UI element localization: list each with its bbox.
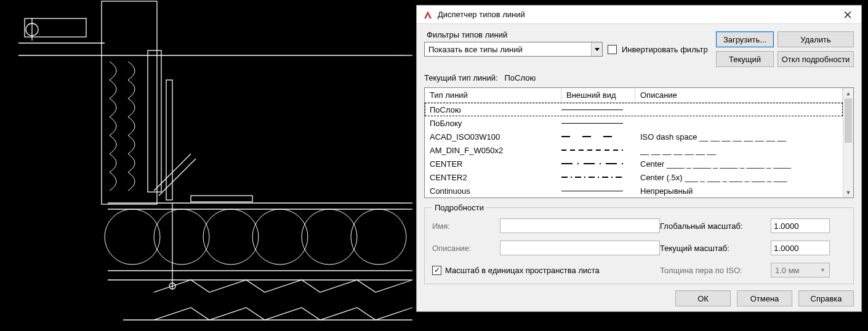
linetype-appearance — [561, 177, 635, 178]
svg-rect-1 — [102, 1, 157, 204]
dialog-titlebar[interactable]: Диспетчер типов линий — [417, 6, 861, 24]
table-row[interactable]: CENTERCenter ____ _ ____ _ ____ _ ____ _… — [425, 157, 843, 170]
set-current-button[interactable]: Текущий — [716, 51, 774, 67]
current-linetype-row: Текущий тип линий: ПоСлою — [424, 73, 854, 82]
svg-point-15 — [252, 209, 308, 265]
linetype-appearance — [561, 136, 635, 137]
iso-pen-label: Толщина пера по ISO: — [660, 266, 771, 275]
cancel-button[interactable]: Отмена — [737, 290, 792, 306]
ok-button[interactable]: ОК — [675, 290, 731, 306]
linetype-name: CENTER2 — [425, 173, 561, 182]
linetype-description: __ __ __ __ __ __ __ — [635, 146, 843, 155]
svg-rect-10 — [166, 80, 172, 200]
linetype-appearance — [561, 150, 635, 151]
paperspace-scale-label: Масштаб в единицах пространства листа — [445, 266, 600, 275]
help-button[interactable]: Справка — [798, 290, 854, 306]
svg-rect-9 — [148, 50, 161, 192]
load-button[interactable]: Загрузить... — [716, 31, 774, 47]
delete-button[interactable]: Удалить — [778, 31, 854, 47]
linetype-description: Center (.5x) ___ _ ___ _ ___ _ ___ _ ___ — [635, 173, 843, 182]
linetype-list: Тип линий Внешний вид Описание ПоСлоюПоБ… — [424, 87, 854, 198]
column-name[interactable]: Тип линий — [425, 88, 561, 102]
current-linetype-value: ПоСлою — [504, 73, 536, 82]
linetype-name: AM_DIN_F_W050x2 — [425, 146, 561, 155]
table-row[interactable]: CENTER2Center (.5x) ___ _ ___ _ ___ _ __… — [425, 170, 843, 184]
details-group: Подробности Имя: Глобальный масштаб: Опи… — [424, 203, 854, 284]
scroll-thumb[interactable] — [845, 98, 852, 143]
svg-point-12 — [105, 209, 160, 265]
current-scale-input[interactable] — [771, 241, 830, 255]
filters-label: Фильтры типов линий — [424, 30, 710, 39]
global-scale-input[interactable] — [771, 218, 830, 233]
dialog-title: Диспетчер типов линий — [438, 10, 834, 19]
linetype-appearance — [561, 110, 635, 110]
linetype-name: ACAD_ISO03W100 — [425, 132, 561, 142]
linetype-name: ПоБлоку — [425, 119, 561, 128]
hide-details-button[interactable]: Откл подробности — [778, 51, 854, 67]
svg-point-16 — [302, 209, 357, 265]
linetype-description: Непрерывный — [635, 186, 843, 196]
current-scale-label: Текущий масштаб: — [660, 244, 771, 253]
column-appearance[interactable]: Внешний вид — [561, 88, 635, 102]
global-scale-label: Глобальный масштаб: — [660, 221, 771, 231]
iso-pen-value: 1.0 мм — [775, 266, 800, 275]
svg-rect-0 — [25, 18, 86, 37]
linetype-appearance — [561, 123, 635, 124]
invert-filter-checkbox[interactable] — [608, 45, 617, 54]
detail-name-label: Имя: — [432, 221, 500, 231]
list-header: Тип линий Внешний вид Описание — [425, 88, 843, 103]
table-row[interactable]: ACAD_ISO03W100ISO dash space __ __ __ __… — [425, 130, 843, 143]
linetype-appearance — [561, 191, 635, 191]
list-scrollbar[interactable]: ▲ ▼ — [843, 88, 853, 197]
column-description[interactable]: Описание — [635, 88, 843, 102]
scroll-up-icon[interactable]: ▲ — [843, 88, 853, 98]
filter-dropdown-value: Показать все типы линий — [428, 45, 523, 54]
chevron-down-icon — [591, 42, 602, 56]
filter-dropdown[interactable]: Показать все типы линий — [424, 42, 603, 57]
details-legend: Подробности — [432, 203, 486, 212]
detail-desc-input[interactable] — [500, 241, 660, 255]
linetype-name: Continuous — [425, 186, 561, 196]
detail-name-input[interactable] — [500, 218, 660, 233]
close-button[interactable] — [834, 6, 861, 24]
linetype-name: CENTER — [425, 159, 561, 169]
autocad-logo-icon — [423, 10, 433, 20]
linetype-name: ПоСлою — [425, 105, 561, 114]
table-row[interactable]: AM_DIN_F_W050x2__ __ __ __ __ __ __ — [425, 143, 843, 157]
svg-point-17 — [351, 209, 406, 265]
svg-point-13 — [154, 209, 209, 265]
linetype-appearance — [561, 163, 635, 164]
invert-filter-label: Инвертировать фильтр — [622, 45, 708, 54]
linetype-description: ISO dash space __ __ __ __ __ __ __ __ — [635, 132, 843, 142]
svg-rect-11 — [191, 196, 252, 202]
svg-point-14 — [203, 209, 259, 265]
linetype-manager-dialog: Диспетчер типов линий Фильтры типов лини… — [416, 5, 862, 312]
close-icon — [844, 11, 851, 18]
table-row[interactable]: ПоСлою — [425, 103, 843, 116]
chevron-down-icon: ▼ — [820, 267, 826, 273]
iso-pen-select: 1.0 мм ▼ — [771, 263, 830, 277]
detail-desc-label: Описание: — [432, 244, 500, 253]
scroll-down-icon[interactable]: ▼ — [843, 187, 853, 197]
table-row[interactable]: ПоБлоку — [425, 116, 843, 130]
table-row[interactable]: ContinuousНепрерывный — [425, 184, 843, 197]
current-linetype-label: Текущий тип линий: — [424, 73, 498, 82]
linetype-description: Center ____ _ ____ _ ____ _ ____ _ ____ — [635, 159, 843, 169]
paperspace-scale-checkbox[interactable]: ✓ — [432, 266, 441, 275]
